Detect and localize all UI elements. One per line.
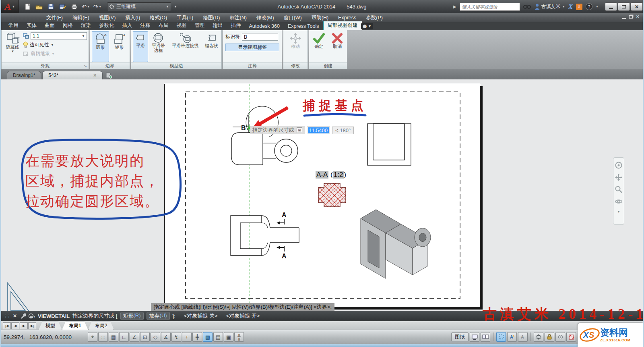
infocenter-collapse-icon[interactable]: ▶: [453, 4, 456, 9]
doc-close-button[interactable]: ✕: [636, 15, 640, 19]
plot-button[interactable]: [70, 2, 78, 11]
smooth-with-connection-button[interactable]: 平滑带连接线: [169, 31, 202, 62]
option-rectangular-chip[interactable]: 矩形(R): [120, 312, 144, 320]
menu-item-8[interactable]: 修改(M): [252, 13, 279, 22]
sign-in-menu[interactable]: 古滇艾米 ▼: [535, 3, 565, 10]
ribbon-tab-3[interactable]: 网格: [59, 21, 77, 30]
application-menu-button[interactable]: A ▼: [1, 0, 19, 13]
dimension-input[interactable]: 11.5400: [307, 127, 330, 134]
ribbon-tab-13[interactable]: Autodesk 360: [245, 23, 284, 30]
ribbon-tab-7[interactable]: 注释: [136, 21, 155, 30]
download-icon[interactable]: ⇩: [576, 4, 582, 10]
recent-commands-icon[interactable]: ▼: [29, 313, 35, 319]
cancel-button[interactable]: 取消: [329, 31, 345, 62]
dynamic-input-toggle[interactable]: ＋: [182, 332, 192, 342]
object-snap-3d-toggle[interactable]: ◇: [151, 332, 160, 342]
search-icon[interactable]: [523, 4, 531, 10]
menu-item-12[interactable]: 参数(P): [361, 13, 388, 22]
grid-toggle[interactable]: ▦: [109, 332, 118, 342]
ribbon-tab-0[interactable]: 常用: [4, 21, 23, 30]
object-snap-toggle[interactable]: ⊡: [140, 332, 150, 342]
redo-button[interactable]: ↷▼: [93, 2, 102, 11]
open-file-button[interactable]: [35, 2, 43, 11]
pan-icon[interactable]: [615, 174, 622, 181]
ribbon-tab-10[interactable]: 管理: [191, 21, 209, 30]
quick-properties-toggle[interactable]: ▤: [213, 332, 223, 342]
smooth-with-border-button[interactable]: 平滑带边框: [149, 31, 167, 62]
file-tab-1[interactable]: 543*✕: [42, 71, 103, 79]
maximize-viewport-icon[interactable]: [496, 332, 506, 342]
dialog-launcher-icon[interactable]: ↘: [84, 64, 87, 68]
save-as-button[interactable]: [58, 2, 67, 11]
ribbon-tab-1[interactable]: 实体: [23, 21, 41, 30]
rectangular-boundary-button[interactable]: A 矩形: [111, 31, 128, 62]
ribbon-tab-14[interactable]: Express Tools: [284, 23, 323, 30]
annotation-autoscale-icon[interactable]: A: [518, 332, 528, 342]
undo-button[interactable]: ↶▼: [81, 2, 90, 11]
orbit-icon[interactable]: [615, 198, 622, 205]
keyboard-toggle-icon[interactable]: ⊞: [297, 127, 302, 133]
scale-combobox[interactable]: 1:1▼: [31, 32, 87, 40]
close-button[interactable]: ✕: [631, 2, 643, 11]
command-drag-handle[interactable]: ⋮⋮: [4, 314, 10, 318]
grid-display-toggle[interactable]: ∷: [98, 332, 108, 342]
save-button[interactable]: [46, 2, 55, 11]
new-drawing-tab-button[interactable]: [104, 71, 114, 79]
edge-visibility-button[interactable]: 边可见性▼: [23, 41, 87, 49]
dynamic-ucs-toggle[interactable]: ↯: [171, 332, 181, 342]
doc-restore-button[interactable]: [629, 15, 633, 19]
ribbon-tab-6[interactable]: 插入: [118, 21, 136, 30]
exchange-apps-icon[interactable]: X: [568, 3, 573, 11]
layout-space-icon[interactable]: [481, 332, 490, 342]
first-layout-button[interactable]: |◀: [3, 322, 11, 329]
customize-wrench-icon[interactable]: [20, 313, 26, 319]
qat-customize-chevron-icon[interactable]: ▼: [174, 5, 177, 8]
layout-tab-1[interactable]: 布局1: [62, 322, 88, 330]
navbar-more-chevron-icon[interactable]: ▼: [617, 210, 620, 214]
next-layout-button[interactable]: ▶: [20, 322, 28, 329]
snap-toggle[interactable]: ⌖: [88, 332, 97, 342]
show-view-label-button[interactable]: 显示视图标签: [225, 44, 279, 51]
ok-button[interactable]: 确定: [311, 31, 327, 62]
lineweight-toggle[interactable]: ╋: [192, 332, 202, 342]
transparency-toggle[interactable]: ▩: [203, 332, 213, 342]
hidden-lines-button[interactable]: 隐藏线 ▼: [3, 31, 22, 62]
prev-layout-button[interactable]: ◀: [11, 322, 19, 329]
isolate-objects-icon[interactable]: [555, 332, 565, 342]
menu-item-0[interactable]: 文件(F): [41, 13, 68, 22]
layout-tab-0[interactable]: 模型: [39, 322, 62, 330]
zoom-icon[interactable]: [615, 186, 622, 193]
minimize-button[interactable]: [605, 2, 617, 11]
ortho-toggle[interactable]: ∟: [119, 332, 129, 342]
menu-item-6[interactable]: 绘图(D): [198, 13, 225, 22]
ribbon-tab-15[interactable]: 局部视图创建: [323, 21, 362, 30]
maximize-button[interactable]: [618, 2, 630, 11]
object-snap-tracking-toggle[interactable]: ∡: [161, 332, 171, 342]
option-undo-chip[interactable]: 放弃(U): [147, 312, 170, 320]
ribbon-tab-2[interactable]: 曲面: [41, 21, 59, 30]
annotation-monitor-toggle[interactable]: ╬: [234, 332, 244, 342]
layout-tab-2[interactable]: 布局2: [88, 322, 114, 330]
menu-item-1[interactable]: 编辑(E): [68, 13, 94, 22]
ribbon-tab-8[interactable]: 布局: [155, 21, 173, 30]
model-space-icon[interactable]: [470, 332, 479, 342]
annotation-visibility-icon[interactable]: A: [507, 332, 517, 342]
menu-item-4[interactable]: 格式(O): [145, 13, 172, 22]
polar-tracking-toggle[interactable]: ∠: [130, 332, 139, 342]
jagged-button[interactable]: 锯齿状: [203, 31, 220, 62]
paper-model-button[interactable]: 图纸: [451, 332, 469, 341]
hatch-status-icon[interactable]: [566, 332, 576, 342]
file-tab-0[interactable]: Drawing1*: [7, 71, 41, 79]
ribbon-tab-5[interactable]: 参数化: [95, 21, 118, 30]
ribbon-tab-12[interactable]: 插件: [227, 21, 245, 30]
selection-cycling-toggle[interactable]: ▣: [224, 332, 233, 342]
new-file-button[interactable]: [23, 2, 32, 11]
doc-minimize-button[interactable]: [622, 18, 626, 19]
ribbon-options-button[interactable]: ⬤▼: [361, 23, 373, 29]
drawing-canvas[interactable]: B A A: [1, 79, 643, 311]
menu-item-3[interactable]: 插入(I): [120, 13, 145, 22]
angle-input[interactable]: < 180°: [332, 127, 354, 134]
workspace-switcher[interactable]: 三维建模 ▼: [107, 2, 171, 11]
ribbon-tab-11[interactable]: 输出: [209, 21, 227, 30]
help-icon[interactable]: ?: [586, 3, 592, 10]
